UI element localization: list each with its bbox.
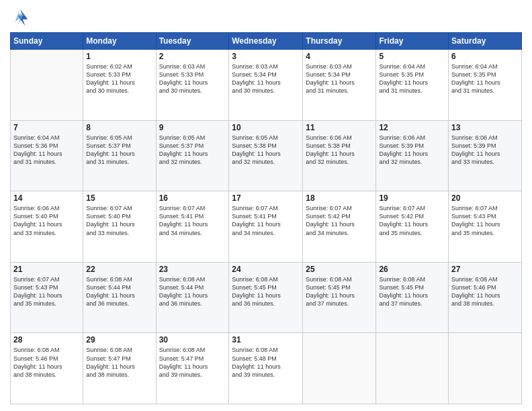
day-info: Sunrise: 6:06 AM Sunset: 5:39 PM Dayligh… (379, 134, 445, 167)
day-number: 17 (232, 193, 300, 203)
calendar-cell: 28Sunrise: 6:08 AM Sunset: 5:46 PM Dayli… (11, 333, 83, 404)
day-info: Sunrise: 6:08 AM Sunset: 5:47 PM Dayligh… (86, 346, 152, 379)
header-day-tuesday: Tuesday (156, 33, 229, 50)
calendar-week-4: 21Sunrise: 6:07 AM Sunset: 5:43 PM Dayli… (11, 262, 522, 333)
calendar-cell: 11Sunrise: 6:06 AM Sunset: 5:38 PM Dayli… (303, 120, 376, 191)
day-info: Sunrise: 6:03 AM Sunset: 5:34 PM Dayligh… (306, 62, 373, 95)
day-info: Sunrise: 6:04 AM Sunset: 5:35 PM Dayligh… (451, 62, 519, 95)
day-info: Sunrise: 6:02 AM Sunset: 5:33 PM Dayligh… (86, 62, 152, 95)
day-number: 20 (451, 193, 519, 203)
day-info: Sunrise: 6:08 AM Sunset: 5:45 PM Dayligh… (306, 275, 373, 308)
day-number: 7 (13, 123, 80, 132)
day-number: 8 (86, 123, 152, 132)
day-number: 28 (13, 335, 80, 345)
day-number: 9 (159, 123, 226, 132)
calendar-cell: 6Sunrise: 6:04 AM Sunset: 5:35 PM Daylig… (449, 50, 522, 121)
calendar-cell (449, 333, 522, 404)
calendar-cell: 8Sunrise: 6:05 AM Sunset: 5:37 PM Daylig… (83, 120, 156, 191)
day-number: 1 (86, 52, 152, 61)
day-info: Sunrise: 6:05 AM Sunset: 5:38 PM Dayligh… (232, 134, 300, 167)
day-info: Sunrise: 6:05 AM Sunset: 5:37 PM Dayligh… (159, 134, 226, 167)
day-info: Sunrise: 6:08 AM Sunset: 5:44 PM Dayligh… (86, 275, 152, 308)
day-number: 12 (379, 123, 445, 132)
day-info: Sunrise: 6:04 AM Sunset: 5:36 PM Dayligh… (13, 134, 80, 167)
day-number: 29 (86, 335, 152, 345)
day-number: 5 (379, 52, 445, 61)
day-number: 4 (306, 52, 373, 61)
calendar-cell: 31Sunrise: 6:08 AM Sunset: 5:48 PM Dayli… (229, 333, 303, 404)
day-number: 10 (232, 123, 300, 132)
header-day-sunday: Sunday (11, 33, 83, 50)
day-number: 13 (451, 123, 519, 132)
day-number: 25 (306, 265, 373, 274)
day-number: 2 (159, 52, 226, 61)
calendar-table: SundayMondayTuesdayWednesdayThursdayFrid… (10, 32, 522, 404)
calendar-week-2: 7Sunrise: 6:04 AM Sunset: 5:36 PM Daylig… (11, 120, 522, 191)
calendar-week-5: 28Sunrise: 6:08 AM Sunset: 5:46 PM Dayli… (11, 333, 522, 404)
day-number: 19 (379, 193, 445, 203)
day-info: Sunrise: 6:08 AM Sunset: 5:46 PM Dayligh… (13, 346, 80, 379)
day-info: Sunrise: 6:08 AM Sunset: 5:47 PM Dayligh… (159, 346, 226, 379)
day-info: Sunrise: 6:08 AM Sunset: 5:48 PM Dayligh… (232, 346, 300, 379)
calendar-cell: 1Sunrise: 6:02 AM Sunset: 5:33 PM Daylig… (83, 50, 156, 121)
header-day-saturday: Saturday (449, 33, 522, 50)
day-info: Sunrise: 6:08 AM Sunset: 5:45 PM Dayligh… (379, 275, 445, 308)
calendar-cell: 21Sunrise: 6:07 AM Sunset: 5:43 PM Dayli… (11, 262, 83, 333)
day-number: 11 (306, 123, 373, 132)
day-number: 31 (232, 335, 300, 345)
calendar-week-3: 14Sunrise: 6:06 AM Sunset: 5:40 PM Dayli… (11, 191, 522, 263)
day-number: 27 (451, 265, 519, 274)
day-info: Sunrise: 6:08 AM Sunset: 5:45 PM Dayligh… (232, 275, 300, 308)
day-info: Sunrise: 6:07 AM Sunset: 5:43 PM Dayligh… (451, 204, 519, 237)
calendar-cell: 29Sunrise: 6:08 AM Sunset: 5:47 PM Dayli… (83, 333, 156, 404)
page: SundayMondayTuesdayWednesdayThursdayFrid… (0, 0, 532, 411)
calendar-week-1: 1Sunrise: 6:02 AM Sunset: 5:33 PM Daylig… (11, 50, 522, 121)
calendar-cell: 23Sunrise: 6:08 AM Sunset: 5:44 PM Dayli… (156, 262, 229, 333)
day-info: Sunrise: 6:07 AM Sunset: 5:40 PM Dayligh… (86, 204, 152, 237)
day-number: 30 (159, 335, 226, 345)
day-info: Sunrise: 6:07 AM Sunset: 5:43 PM Dayligh… (13, 275, 80, 308)
day-info: Sunrise: 6:08 AM Sunset: 5:46 PM Dayligh… (451, 275, 519, 308)
day-number: 14 (13, 193, 80, 203)
day-info: Sunrise: 6:03 AM Sunset: 5:33 PM Dayligh… (159, 62, 226, 95)
header (10, 7, 522, 27)
day-info: Sunrise: 6:06 AM Sunset: 5:38 PM Dayligh… (306, 134, 373, 167)
logo-icon (10, 7, 30, 27)
calendar-cell: 5Sunrise: 6:04 AM Sunset: 5:35 PM Daylig… (376, 50, 449, 121)
calendar-cell: 20Sunrise: 6:07 AM Sunset: 5:43 PM Dayli… (449, 191, 522, 263)
calendar-cell: 10Sunrise: 6:05 AM Sunset: 5:38 PM Dayli… (229, 120, 303, 191)
day-number: 16 (159, 193, 226, 203)
calendar-cell (376, 333, 449, 404)
day-number: 24 (232, 265, 300, 274)
day-number: 15 (86, 193, 152, 203)
day-number: 22 (86, 265, 152, 274)
calendar-cell: 22Sunrise: 6:08 AM Sunset: 5:44 PM Dayli… (83, 262, 156, 333)
calendar-cell: 9Sunrise: 6:05 AM Sunset: 5:37 PM Daylig… (156, 120, 229, 191)
calendar-cell: 27Sunrise: 6:08 AM Sunset: 5:46 PM Dayli… (449, 262, 522, 333)
day-info: Sunrise: 6:07 AM Sunset: 5:41 PM Dayligh… (159, 204, 226, 237)
day-info: Sunrise: 6:05 AM Sunset: 5:37 PM Dayligh… (86, 134, 152, 167)
day-number: 3 (232, 52, 300, 61)
calendar-cell: 18Sunrise: 6:07 AM Sunset: 5:42 PM Dayli… (303, 191, 376, 263)
calendar-cell: 14Sunrise: 6:06 AM Sunset: 5:40 PM Dayli… (11, 191, 83, 263)
calendar-cell: 16Sunrise: 6:07 AM Sunset: 5:41 PM Dayli… (156, 191, 229, 263)
calendar-cell: 26Sunrise: 6:08 AM Sunset: 5:45 PM Dayli… (376, 262, 449, 333)
day-info: Sunrise: 6:08 AM Sunset: 5:44 PM Dayligh… (159, 275, 226, 308)
calendar-cell: 15Sunrise: 6:07 AM Sunset: 5:40 PM Dayli… (83, 191, 156, 263)
day-info: Sunrise: 6:07 AM Sunset: 5:41 PM Dayligh… (232, 204, 300, 237)
day-info: Sunrise: 6:07 AM Sunset: 5:42 PM Dayligh… (379, 204, 445, 237)
calendar-cell: 17Sunrise: 6:07 AM Sunset: 5:41 PM Dayli… (229, 191, 303, 263)
calendar-cell: 25Sunrise: 6:08 AM Sunset: 5:45 PM Dayli… (303, 262, 376, 333)
day-number: 26 (379, 265, 445, 274)
header-day-wednesday: Wednesday (229, 33, 303, 50)
header-day-thursday: Thursday (303, 33, 376, 50)
day-number: 6 (451, 52, 519, 61)
calendar-cell: 4Sunrise: 6:03 AM Sunset: 5:34 PM Daylig… (303, 50, 376, 121)
calendar-cell: 3Sunrise: 6:03 AM Sunset: 5:34 PM Daylig… (229, 50, 303, 121)
header-day-friday: Friday (376, 33, 449, 50)
calendar-cell: 12Sunrise: 6:06 AM Sunset: 5:39 PM Dayli… (376, 120, 449, 191)
calendar-cell: 13Sunrise: 6:06 AM Sunset: 5:39 PM Dayli… (449, 120, 522, 191)
calendar-cell: 7Sunrise: 6:04 AM Sunset: 5:36 PM Daylig… (11, 120, 83, 191)
day-info: Sunrise: 6:06 AM Sunset: 5:40 PM Dayligh… (13, 204, 80, 237)
day-info: Sunrise: 6:06 AM Sunset: 5:39 PM Dayligh… (451, 134, 519, 167)
